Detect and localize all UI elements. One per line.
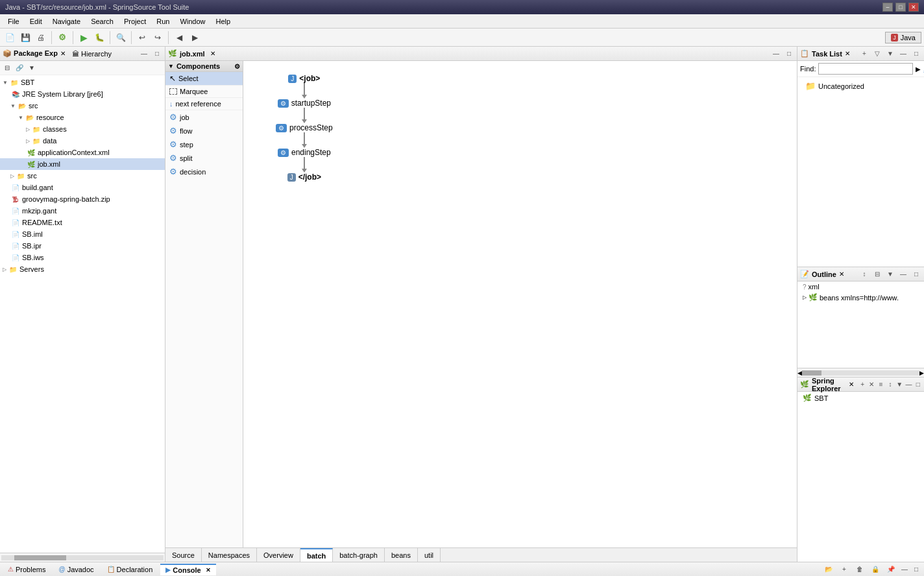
job-close-node[interactable]: J </job> <box>287 173 321 182</box>
menu-file[interactable]: File <box>3 16 25 27</box>
spring-sort-button[interactable]: ↕ <box>887 379 894 390</box>
task-list-close[interactable]: ✕ <box>845 50 850 57</box>
spring-view-menu-button[interactable]: ▼ <box>896 379 903 390</box>
tree-item-appcontext[interactable]: 🌿 applicationContext.xml <box>0 147 165 158</box>
new-button[interactable]: 📄 <box>3 30 17 45</box>
palette-tool-marquee[interactable]: Marquee <box>165 86 243 98</box>
spring-item-sbt[interactable]: 🌿 SBT <box>797 392 924 404</box>
tree-item-classes[interactable]: ▷ 📁 classes <box>0 123 165 135</box>
outline-item-xml[interactable]: ? xml <box>797 282 924 292</box>
minimize-outline-button[interactable]: — <box>898 269 908 280</box>
tab-javadoc[interactable]: @ Javadoc <box>53 564 99 575</box>
tree-item-jre[interactable]: 📚 JRE System Library [jre6] <box>0 88 165 100</box>
minimize-console-button[interactable]: — <box>899 564 910 575</box>
outline-close[interactable]: ✕ <box>839 270 844 278</box>
outline-scrollbar[interactable]: ◀ ▶ <box>797 368 924 377</box>
tree-item-sbt[interactable]: ▼ 📁 SBT <box>0 77 165 88</box>
minimize-button[interactable]: – <box>882 3 893 12</box>
task-view-menu-button[interactable]: ▼ <box>885 49 895 59</box>
tab-declaration[interactable]: 📋 Declaration <box>102 564 158 575</box>
collapse-all-button[interactable]: ⊟ <box>1 62 13 74</box>
task-new-button[interactable]: + <box>859 49 869 59</box>
tree-item-mkzip[interactable]: 📄 mkzip.gant <box>0 205 165 217</box>
scroll-left-button[interactable]: ◀ <box>797 370 802 376</box>
left-panel-scrollbar[interactable] <box>0 553 165 562</box>
maximize-spring-button[interactable]: □ <box>915 379 921 390</box>
minimize-task-list-button[interactable]: — <box>898 49 908 59</box>
editor-tab-close[interactable]: ✕ <box>210 50 215 57</box>
menu-run[interactable]: Run <box>151 16 175 27</box>
tree-item-src-main[interactable]: ▼ 📂 src <box>0 100 165 112</box>
undo-button[interactable]: ↩ <box>135 30 149 45</box>
link-editor-button[interactable]: 🔗 <box>14 62 25 74</box>
tab-batch-graph[interactable]: batch-graph <box>333 548 385 562</box>
hierarchy-tab[interactable]: 🏛 Hierarchy <box>72 50 112 58</box>
outline-item-beans[interactable]: ▷ 🌿 beans xmlns=http://www. <box>797 292 924 303</box>
minimize-panel-button[interactable]: — <box>139 49 149 59</box>
tree-item-jobxml[interactable]: 🌿 job.xml <box>0 158 165 170</box>
print-button[interactable]: 🖨 <box>34 30 48 45</box>
console-clear-button[interactable]: 🗑 <box>853 562 867 577</box>
startup-step-node[interactable]: ⚙ startupStep <box>278 99 331 108</box>
prev-button[interactable]: ◀ <box>172 30 186 45</box>
diagram-canvas[interactable]: J <job> ⚙ startupStep <box>243 61 797 547</box>
tab-source[interactable]: Source <box>165 548 202 562</box>
maximize-button[interactable]: □ <box>895 3 906 12</box>
menu-edit[interactable]: Edit <box>25 16 47 27</box>
console-close[interactable]: ✕ <box>206 567 211 573</box>
menu-window[interactable]: Window <box>175 16 210 27</box>
scroll-right-button[interactable]: ▶ <box>919 370 924 376</box>
menu-navigate[interactable]: Navigate <box>47 16 86 27</box>
tab-problems[interactable]: ⚠ Problems <box>3 564 51 575</box>
tab-batch[interactable]: batch <box>300 548 333 562</box>
console-new-button[interactable]: + <box>837 562 851 577</box>
console-scroll-lock-button[interactable]: 🔒 <box>868 562 882 577</box>
palette-item-step[interactable]: ⚙ step <box>165 138 243 151</box>
tree-item-sbiml[interactable]: 📄 SB.iml <box>0 228 165 240</box>
maximize-task-list-button[interactable]: □ <box>911 49 921 59</box>
package-explorer-tab[interactable]: 📦 Package Exp <box>3 49 58 58</box>
search-button[interactable]: 🔍 <box>114 30 128 45</box>
tab-overview[interactable]: Overview <box>257 548 300 562</box>
tree-item-resource[interactable]: ▼ 📂 resource <box>0 112 165 123</box>
tree-item-sbiws[interactable]: 📄 SB.iws <box>0 252 165 263</box>
debug-button[interactable]: 🐛 <box>92 30 106 45</box>
java-perspective-button[interactable]: J Java <box>885 32 921 43</box>
palette-settings-icon[interactable]: ⚙ <box>234 63 240 70</box>
outline-collapse-button[interactable]: ⊟ <box>872 269 882 280</box>
palette-tool-select[interactable]: ↖ Select <box>165 72 243 86</box>
palette-item-split[interactable]: ⚙ split <box>165 151 243 165</box>
maximize-outline-button[interactable]: □ <box>911 269 921 280</box>
console-open-button[interactable]: 📂 <box>821 562 836 577</box>
outline-sort-button[interactable]: ↕ <box>859 269 869 280</box>
job-open-node[interactable]: J <job> <box>288 74 320 83</box>
palette-item-flow[interactable]: ⚙ flow <box>165 124 243 138</box>
next-button[interactable]: ▶ <box>188 30 202 45</box>
minimize-editor-button[interactable]: — <box>771 49 781 59</box>
outline-view-menu-button[interactable]: ▼ <box>885 269 895 280</box>
maximize-console-button[interactable]: □ <box>911 564 921 575</box>
tree-item-data[interactable]: ▷ 📁 data <box>0 135 165 147</box>
palette-section-header[interactable]: ▼ Components ⚙ <box>165 61 243 72</box>
uncategorized-item[interactable]: 📁 Uncategorized <box>800 79 921 93</box>
package-explorer-close[interactable]: ✕ <box>60 50 66 57</box>
palette-tool-next-ref[interactable]: ↓ next reference <box>165 98 243 110</box>
menu-search[interactable]: Search <box>86 16 119 27</box>
tab-namespaces[interactable]: Namespaces <box>202 548 257 562</box>
spring-new-button[interactable]: + <box>859 379 866 390</box>
redo-button[interactable]: ↪ <box>151 30 165 45</box>
ending-step-node[interactable]: ⚙ endingStep <box>278 148 331 157</box>
close-button[interactable]: ✕ <box>908 3 919 12</box>
minimize-spring-button[interactable]: — <box>905 379 912 390</box>
view-menu-button[interactable]: ▼ <box>26 62 38 74</box>
run-button[interactable]: ▶ <box>77 30 91 45</box>
task-filter-button[interactable]: ▽ <box>872 49 882 59</box>
menu-help[interactable]: Help <box>211 16 236 27</box>
spring-button[interactable]: ⚙ <box>55 30 69 45</box>
tree-item-readme[interactable]: 📄 README.txt <box>0 217 165 228</box>
process-step-node[interactable]: ⚙ processStep <box>276 123 333 132</box>
console-pin-button[interactable]: 📌 <box>884 562 898 577</box>
tree-item-zip[interactable]: 🗜 groovymag-spring-batch.zip <box>0 193 165 205</box>
tree-item-sbipr[interactable]: 📄 SB.ipr <box>0 240 165 252</box>
tree-item-src-java[interactable]: ▷ 📁 src <box>0 170 165 182</box>
